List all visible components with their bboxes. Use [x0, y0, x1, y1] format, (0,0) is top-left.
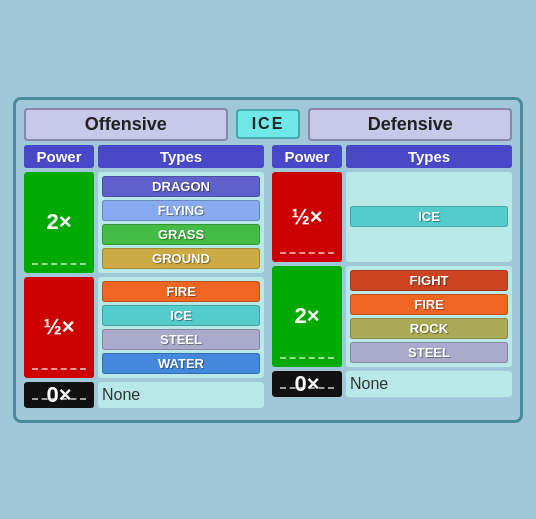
offensive-half-types: FIRE ICE STEEL WATER: [98, 277, 264, 378]
defensive-types-header: Types: [346, 145, 512, 168]
offensive-2x-types: DRAGON FLYING GRASS GROUND: [98, 172, 264, 273]
offensive-power-header: Power: [24, 145, 94, 168]
offensive-half-cell: ½×: [24, 277, 94, 378]
offensive-2x-row: 2× DRAGON FLYING GRASS GROUND: [24, 172, 264, 273]
defensive-title: Defensive: [308, 108, 512, 141]
defensive-half-label: ½×: [291, 204, 322, 230]
ice-badge: ICE: [236, 109, 301, 139]
defensive-2x-types: FIGHT FIRE ROCK STEEL: [346, 266, 512, 367]
main-grid: Power Types 2× DRAGON FLYING GRASS GROUN…: [24, 145, 512, 412]
type-water-off: WATER: [102, 353, 260, 374]
type-ice-off: ICE: [102, 305, 260, 326]
type-steel-off: STEEL: [102, 329, 260, 350]
defensive-half-row: ½× ICE: [272, 172, 512, 262]
type-fight-def: FIGHT: [350, 270, 508, 291]
offensive-0x-row: 0× None: [24, 382, 264, 408]
defensive-0x-label: 0×: [294, 371, 319, 397]
type-ice-def: ICE: [350, 206, 508, 227]
offensive-headers: Power Types: [24, 145, 264, 168]
type-dragon: DRAGON: [102, 176, 260, 197]
offensive-2x-cell: 2×: [24, 172, 94, 273]
type-flying: FLYING: [102, 200, 260, 221]
type-fire-def: FIRE: [350, 294, 508, 315]
offensive-0x-label: 0×: [46, 382, 71, 408]
defensive-power-header: Power: [272, 145, 342, 168]
offensive-half-label: ½×: [43, 314, 74, 340]
type-chart: Offensive ICE Defensive Power Types 2× D…: [13, 97, 523, 423]
type-rock-def: ROCK: [350, 318, 508, 339]
offensive-types-header: Types: [98, 145, 264, 168]
defensive-half-types: ICE: [346, 172, 512, 262]
defensive-0x-types: None: [346, 371, 512, 397]
defensive-0x-row: 0× None: [272, 371, 512, 397]
defensive-headers: Power Types: [272, 145, 512, 168]
offensive-title: Offensive: [24, 108, 228, 141]
type-fire-off: FIRE: [102, 281, 260, 302]
offensive-none-label: None: [102, 386, 140, 404]
top-row: Offensive ICE Defensive: [24, 108, 512, 141]
offensive-2x-label: 2×: [46, 209, 71, 235]
defensive-2x-row: 2× FIGHT FIRE ROCK STEEL: [272, 266, 512, 367]
defensive-none-label: None: [350, 375, 388, 393]
offensive-side: Power Types 2× DRAGON FLYING GRASS GROUN…: [24, 145, 264, 412]
type-steel-def: STEEL: [350, 342, 508, 363]
type-ground: GROUND: [102, 248, 260, 269]
defensive-half-cell: ½×: [272, 172, 342, 262]
offensive-half-row: ½× FIRE ICE STEEL WATER: [24, 277, 264, 378]
offensive-0x-cell: 0×: [24, 382, 94, 408]
defensive-side: Power Types ½× ICE 2× FIGHT FIRE: [272, 145, 512, 412]
defensive-0x-cell: 0×: [272, 371, 342, 397]
defensive-2x-cell: 2×: [272, 266, 342, 367]
defensive-2x-label: 2×: [294, 303, 319, 329]
type-grass: GRASS: [102, 224, 260, 245]
offensive-0x-types: None: [98, 382, 264, 408]
